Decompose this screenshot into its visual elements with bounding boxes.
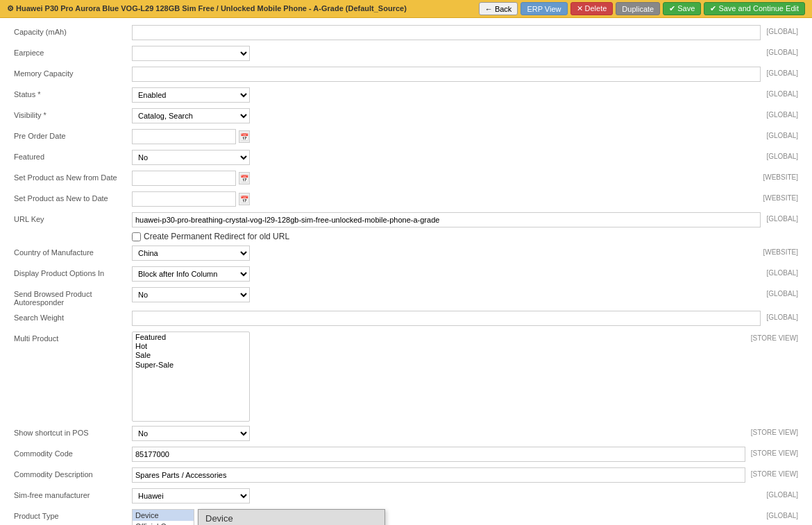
sim-free-label: Sim-free manufacturer xyxy=(14,488,132,499)
country-row: Country of Manufacture China Other [WEBS… xyxy=(14,246,798,262)
new-to-calendar-icon[interactable]: 📅 xyxy=(239,193,250,205)
display-options-scope: [GLOBAL] xyxy=(766,266,798,277)
save-button[interactable]: ✔ Save xyxy=(663,2,701,15)
sim-free-field: Huawei Samsung Apple xyxy=(132,488,761,504)
send-browsed-scope: [GLOBAL] xyxy=(766,287,798,298)
status-row: Status * Enabled Disabled [GLOBAL] xyxy=(14,87,798,104)
list-item-device[interactable]: Device xyxy=(133,510,194,521)
display-options-label: Display Product Options In xyxy=(14,266,132,277)
commodity-desc-scope: [STORE VIEW] xyxy=(751,467,798,478)
featured-row: Featured No Yes [GLOBAL] xyxy=(14,150,798,166)
new-to-label: Set Product as New to Date xyxy=(14,191,132,203)
country-scope: [WEBSITE] xyxy=(763,246,798,256)
new-from-calendar-icon[interactable]: 📅 xyxy=(239,172,250,184)
new-from-field: 📅 xyxy=(132,171,757,186)
multi-product-scope: [STORE VIEW] xyxy=(751,332,798,342)
earpiece-select[interactable] xyxy=(132,46,250,61)
visibility-label: Visibility * xyxy=(14,108,132,119)
preorder-label: Pre Order Date xyxy=(14,129,132,140)
commodity-desc-row: Commodity Description [STORE VIEW] xyxy=(14,467,798,484)
visibility-row: Visibility * Catalog, Search Catalog Sea… xyxy=(14,108,798,125)
display-options-select[interactable]: Block after Info Column Block before Inf… xyxy=(132,266,250,282)
sim-free-select[interactable]: Huawei Samsung Apple xyxy=(132,488,250,504)
search-weight-field xyxy=(132,311,761,326)
featured-select[interactable]: No Yes xyxy=(132,150,250,165)
multi-product-select[interactable]: Featured Hot Sale Super-Sale xyxy=(132,332,250,422)
multi-product-row: Multi Product Featured Hot Sale Super-Sa… xyxy=(14,332,798,422)
show-shortcut-scope: [STORE VIEW] xyxy=(751,426,798,436)
send-browsed-row: Send Browsed Product Autoresponder No Ye… xyxy=(14,287,798,307)
preorder-input[interactable] xyxy=(132,129,236,144)
search-weight-input[interactable] xyxy=(132,311,761,326)
capacity-input[interactable] xyxy=(132,25,761,40)
new-to-field: 📅 xyxy=(132,191,757,207)
show-shortcut-field: No Yes xyxy=(132,426,745,441)
product-type-left-list[interactable]: Device Official Cases LCD Screens / Digi… xyxy=(132,509,194,525)
country-select[interactable]: China Other xyxy=(132,246,250,261)
new-to-scope: [WEBSITE] xyxy=(763,191,798,202)
redirect-checkbox[interactable] xyxy=(132,232,141,241)
commodity-desc-field xyxy=(132,467,745,483)
delete-button[interactable]: ✕ Delete xyxy=(570,2,614,15)
featured-label: Featured xyxy=(14,150,132,161)
capacity-label: Capacity (mAh) xyxy=(14,25,132,36)
capacity-scope: [GLOBAL] xyxy=(766,25,798,35)
sim-free-row: Sim-free manufacturer Huawei Samsung App… xyxy=(14,488,798,505)
display-options-row: Display Product Options In Block after I… xyxy=(14,266,798,283)
dropdown-list: Device Official Cases LCD Screens / Digi… xyxy=(198,510,384,525)
memory-row: Memory Capacity [GLOBAL] xyxy=(14,67,798,83)
commodity-desc-label: Commodity Description xyxy=(14,467,132,479)
country-label: Country of Manufacture xyxy=(14,246,132,257)
window-title: ⚙ Huawei P30 Pro Aurora Blue VOG-L29 128… xyxy=(7,4,407,13)
url-key-label: URL Key xyxy=(14,212,132,223)
show-shortcut-select[interactable]: No Yes xyxy=(132,426,250,441)
sim-free-scope: [GLOBAL] xyxy=(766,488,798,499)
product-type-dropdown: Device Official Cases LCD Screens / Digi… xyxy=(198,509,385,525)
new-to-date-field: 📅 xyxy=(132,191,250,207)
send-browsed-label: Send Browsed Product Autoresponder xyxy=(14,287,132,307)
new-to-input[interactable] xyxy=(132,191,236,207)
erp-view-button[interactable]: ERP View xyxy=(521,2,567,15)
capacity-row: Capacity (mAh) [GLOBAL] xyxy=(14,25,798,42)
preorder-row: Pre Order Date 📅 [GLOBAL] xyxy=(14,129,798,146)
new-from-label: Set Product as New from Date xyxy=(14,171,132,182)
show-shortcut-label: Show shortcut in POS xyxy=(14,426,132,437)
send-browsed-select[interactable]: No Yes xyxy=(132,287,250,302)
product-type-label: Product Type xyxy=(14,509,132,520)
featured-field: No Yes xyxy=(132,150,761,165)
commodity-desc-input[interactable] xyxy=(132,467,745,483)
url-key-input[interactable] xyxy=(132,212,761,227)
earpiece-label: Earpiece xyxy=(14,46,132,57)
new-to-row: Set Product as New to Date 📅 [WEBSITE] xyxy=(14,191,798,208)
new-from-date-field: 📅 xyxy=(132,171,250,186)
duplicate-button[interactable]: Duplicate xyxy=(616,2,660,15)
preorder-scope: [GLOBAL] xyxy=(766,129,798,139)
commodity-code-scope: [STORE VIEW] xyxy=(751,447,798,457)
commodity-code-row: Commodity Code [STORE VIEW] xyxy=(14,447,798,463)
back-button[interactable]: ← Back xyxy=(479,2,518,15)
memory-input[interactable] xyxy=(132,67,761,82)
dropdown-item-device[interactable]: Device xyxy=(198,510,384,525)
commodity-code-field xyxy=(132,447,745,462)
earpiece-field xyxy=(132,46,761,61)
main-content: Capacity (mAh) [GLOBAL] Earpiece [GLOBAL… xyxy=(0,18,812,525)
visibility-select[interactable]: Catalog, Search Catalog Search Not Visib… xyxy=(132,108,250,123)
product-type-scope: [GLOBAL] xyxy=(766,509,798,519)
display-options-field: Block after Info Column Block before Inf… xyxy=(132,266,761,282)
multi-product-label: Multi Product xyxy=(14,332,132,343)
capacity-field xyxy=(132,25,761,40)
status-label: Status * xyxy=(14,87,132,98)
show-shortcut-row: Show shortcut in POS No Yes [STORE VIEW] xyxy=(14,426,798,442)
list-item-official-cases[interactable]: Official Cases xyxy=(133,521,194,525)
earpiece-row: Earpiece [GLOBAL] xyxy=(14,46,798,62)
preorder-calendar-icon[interactable]: 📅 xyxy=(239,130,250,143)
save-continue-button[interactable]: ✔ Save and Continue Edit xyxy=(704,2,805,15)
memory-label: Memory Capacity xyxy=(14,67,132,78)
search-weight-scope: [GLOBAL] xyxy=(766,311,798,321)
new-from-input[interactable] xyxy=(132,171,236,186)
url-key-row: URL Key Create Permanent Redirect for ol… xyxy=(14,212,798,241)
commodity-code-input[interactable] xyxy=(132,447,745,462)
url-key-field: Create Permanent Redirect for old URL xyxy=(132,212,761,241)
memory-scope: [GLOBAL] xyxy=(766,67,798,77)
status-select[interactable]: Enabled Disabled xyxy=(132,87,250,103)
